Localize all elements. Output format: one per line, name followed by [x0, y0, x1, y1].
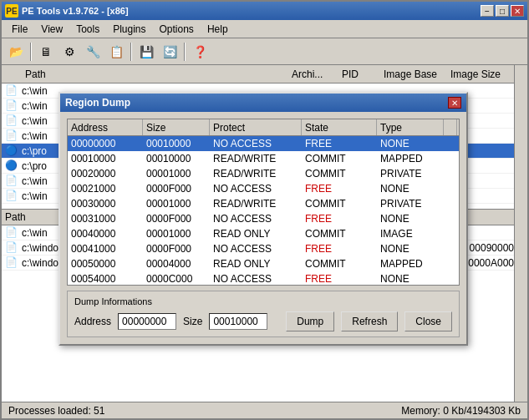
header-size: Size — [143, 119, 210, 135]
cell-state: FREE — [302, 183, 377, 195]
table-row[interactable]: 00031000 0000F000 NO ACCESS FREE NONE — [68, 211, 459, 226]
cell-address: 00041000 — [68, 243, 143, 255]
menu-bar: File View Tools Plugins Options Help — [2, 20, 527, 38]
dialog-close-button[interactable]: ✕ — [448, 97, 461, 109]
menu-options[interactable]: Options — [153, 22, 201, 37]
file-icon: 📄 — [5, 84, 18, 98]
table-row[interactable]: 00041000 0000F000 NO ACCESS FREE NONE — [68, 241, 459, 256]
dialog-body: Address Size Protect State Type 00000000… — [60, 112, 466, 344]
menu-file[interactable]: File — [5, 22, 34, 37]
address-label: Address — [74, 316, 111, 327]
cell-protect: READ/WRITE — [210, 198, 302, 210]
close-button[interactable]: Close — [404, 311, 452, 331]
refresh-button[interactable]: Refresh — [341, 311, 398, 331]
col-path: Path — [22, 68, 288, 80]
header-state: State — [302, 119, 377, 135]
file-icon: 📄 — [5, 241, 18, 255]
file-icon: 📄 — [5, 190, 18, 203]
title-controls: − □ ✕ — [481, 5, 524, 17]
cell-protect: READ/WRITE — [210, 153, 302, 164]
table-row[interactable]: 00000000 00010000 NO ACCESS FREE NONE — [68, 136, 459, 151]
cell-address: 00031000 — [68, 213, 143, 225]
col-archi: Archi... — [288, 68, 338, 80]
toolbar-btn-7[interactable]: ❓ — [189, 41, 211, 63]
table-row[interactable]: 00050000 00004000 READ ONLY COMMIT MAPPE… — [68, 256, 459, 271]
table-row[interactable]: 00021000 0000F000 NO ACCESS FREE NONE — [68, 181, 459, 196]
title-bar: PE PE Tools v1.9.762 - [x86] − □ ✕ — [2, 2, 527, 20]
header-protect: Protect — [210, 119, 302, 135]
toolbar-btn-3[interactable]: 🔧 — [82, 41, 104, 63]
status-memory: Memory: 0 Kb/4194303 Kb — [401, 405, 521, 417]
cell-type: NONE — [377, 273, 444, 285]
minimize-button[interactable]: − — [481, 5, 494, 17]
cell-state: FREE — [302, 243, 377, 255]
cell-state: COMMIT — [302, 258, 377, 270]
menu-plugins[interactable]: Plugins — [106, 22, 152, 37]
menu-view[interactable]: View — [34, 22, 69, 37]
size-label: Size — [183, 316, 202, 327]
menu-help[interactable]: Help — [201, 22, 235, 37]
cell-type: MAPPED — [377, 258, 444, 270]
file-icon: 📄 — [5, 175, 18, 188]
cell-protect: READ/WRITE — [210, 168, 302, 180]
table-row[interactable]: 00040000 00001000 READ ONLY COMMIT IMAGE — [68, 226, 459, 241]
header-scroll — [444, 119, 457, 135]
toolbar-btn-0[interactable]: 📂 — [5, 41, 27, 63]
cell-state: COMMIT — [302, 228, 377, 240]
cell-size: 00001000 — [143, 228, 210, 240]
table-row[interactable]: 00020000 00001000 READ/WRITE COMMIT PRIV… — [68, 166, 459, 181]
column-header: Path Archi... PID Image Base Image Size — [2, 65, 514, 83]
cell-type: PRIVATE — [377, 168, 444, 180]
dump-button[interactable]: Dump — [286, 311, 334, 331]
toolbar-btn-1[interactable]: 🖥 — [35, 41, 57, 63]
table-row[interactable]: 00010000 00010000 READ/WRITE COMMIT MAPP… — [68, 151, 459, 166]
cell-address: 00050000 — [68, 258, 143, 270]
cell-protect: NO ACCESS — [210, 243, 302, 255]
cell-type: NONE — [377, 183, 444, 195]
cell-protect: READ ONLY — [210, 228, 302, 240]
table-row[interactable]: 00054000 0000C000 NO ACCESS FREE NONE — [68, 271, 459, 285]
cell-protect: NO ACCESS — [210, 213, 302, 225]
file-icon: 📄 — [5, 99, 18, 113]
cell-size: 0000F000 — [143, 243, 210, 255]
region-table-header: Address Size Protect State Type — [68, 119, 459, 136]
status-processes: Processes loaded: 51 — [8, 405, 104, 417]
table-row[interactable]: 00030000 00001000 READ/WRITE COMMIT PRIV… — [68, 196, 459, 211]
cell-size: 00001000 — [143, 168, 210, 180]
cell-protect: NO ACCESS — [210, 273, 302, 285]
address-value: 00000000 — [118, 313, 176, 330]
cell-type: NONE — [377, 243, 444, 255]
header-type: Type — [377, 119, 444, 135]
maximize-button[interactable]: □ — [496, 5, 509, 17]
cell-type: IMAGE — [377, 228, 444, 240]
cell-size: 0000F000 — [143, 183, 210, 195]
cell-size: 00010000 — [143, 153, 210, 164]
cell-state: FREE — [302, 273, 377, 285]
app-icon: PE — [5, 4, 18, 18]
menu-tools[interactable]: Tools — [69, 22, 106, 37]
cell-state: COMMIT — [302, 198, 377, 210]
region-table-body[interactable]: 00000000 00010000 NO ACCESS FREE NONE 00… — [68, 136, 459, 285]
window-close-button[interactable]: ✕ — [511, 5, 524, 17]
right-panel — [514, 65, 527, 402]
cell-size: 00010000 — [143, 138, 210, 149]
region-table: Address Size Protect State Type 00000000… — [67, 119, 460, 286]
file-icon: 🔵 — [5, 159, 18, 173]
toolbar-btn-4[interactable]: 📋 — [105, 41, 127, 63]
cell-address: 00030000 — [68, 198, 143, 210]
cell-protect: READ ONLY — [210, 258, 302, 270]
cell-address: 00020000 — [68, 168, 143, 180]
toolbar-btn-6[interactable]: 🔄 — [159, 41, 181, 63]
cell-address: 00040000 — [68, 228, 143, 240]
cell-address: 00021000 — [68, 183, 143, 195]
toolbar-btn-2[interactable]: ⚙ — [58, 41, 80, 63]
title-bar-left: PE PE Tools v1.9.762 - [x86] — [5, 4, 129, 18]
col-image-base: Image Base — [380, 68, 447, 80]
cell-state: COMMIT — [302, 168, 377, 180]
cell-type: NONE — [377, 138, 444, 149]
toolbar-btn-5[interactable]: 💾 — [135, 41, 157, 63]
cell-address: 00054000 — [68, 273, 143, 285]
cell-state: FREE — [302, 213, 377, 225]
cell-size: 0000F000 — [143, 213, 210, 225]
size-value: 00010000 — [209, 313, 267, 330]
